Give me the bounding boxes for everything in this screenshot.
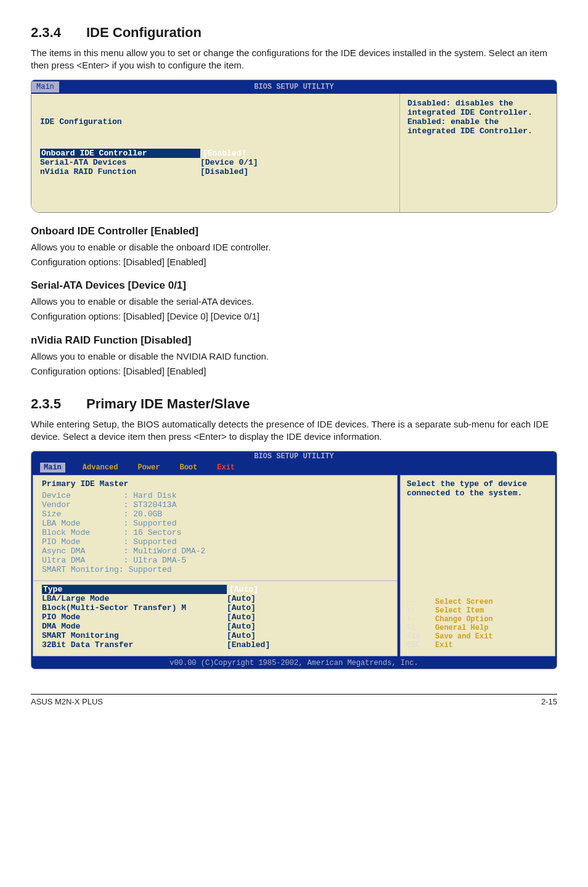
bios2-menu-row: Main Advanced Power Boot Exit bbox=[31, 461, 557, 474]
bios-setting-row[interactable]: Type[Auto] bbox=[42, 585, 388, 594]
device-info-line: PIO Mode : Supported bbox=[42, 537, 388, 547]
bios-setting-value: [Auto] bbox=[227, 594, 256, 603]
device-info-line: Ultra DMA : Ultra DMA-5 bbox=[42, 556, 388, 565]
bios-option-value: [Device 0/1] bbox=[200, 158, 258, 167]
bios-option-row[interactable]: Onboard IDE Controller[Enabled] bbox=[40, 149, 391, 158]
bios-option-row[interactable]: Serial-ATA Devices[Device 0/1] bbox=[40, 158, 391, 167]
device-info-line: Block Mode : 16 Sectors bbox=[42, 528, 388, 537]
footer-divider bbox=[31, 694, 557, 695]
bios-panel-title: IDE Configuration bbox=[40, 117, 391, 126]
section-title-text: IDE Configuration bbox=[86, 25, 557, 41]
footer-left: ASUS M2N-X PLUS bbox=[31, 697, 103, 706]
key-name: F10 bbox=[407, 632, 435, 641]
subheading-serialata: Serial-ATA Devices [Device 0/1] bbox=[31, 279, 557, 292]
bios-option-value: [Enabled] bbox=[203, 149, 246, 158]
bios-setting-row[interactable]: DMA Mode[Auto] bbox=[42, 622, 388, 631]
key-desc: General Help bbox=[435, 624, 488, 632]
key-legend-row: ESCExit bbox=[407, 641, 549, 650]
menu-boot[interactable]: Boot bbox=[177, 463, 200, 472]
key-legend-row: +-Change Option bbox=[407, 615, 549, 624]
menu-advanced[interactable]: Advanced bbox=[80, 463, 121, 472]
key-desc: Exit bbox=[435, 641, 453, 650]
bios-setting-row[interactable]: SMART Monitoring[Auto] bbox=[42, 631, 388, 640]
bios-option-row[interactable]: nVidia RAID Function[Disabled] bbox=[40, 167, 391, 176]
bios-setting-value: [Enabled] bbox=[227, 640, 270, 650]
bios-setting-value: [Auto] bbox=[227, 631, 256, 640]
bios-setting-label: PIO Mode bbox=[42, 613, 227, 622]
device-info-line: Device : Hard Disk bbox=[42, 491, 388, 500]
section-number: 2.3.4 bbox=[31, 25, 86, 41]
bios-help-pane: Disabled: disables the integrated IDE Co… bbox=[399, 94, 557, 212]
bios-window-ide-config: Main BIOS SETUP UTILITY IDE Configuratio… bbox=[31, 80, 557, 213]
bios-option-label: Onboard IDE Controller bbox=[40, 149, 200, 158]
bios-option-label: Serial-ATA Devices bbox=[40, 158, 200, 167]
section-intro-234: The items in this menu allow you to set … bbox=[31, 47, 557, 72]
sub1-line1: Allows you to enable or disable the onbo… bbox=[31, 241, 557, 254]
key-name: ←→ bbox=[407, 598, 435, 606]
subheading-nvidia: nVidia RAID Function [Disabled] bbox=[31, 334, 557, 347]
bios-setting-row[interactable]: LBA/Large Mode[Auto] bbox=[42, 594, 388, 603]
key-desc: Save and Exit bbox=[435, 632, 493, 641]
device-info-line: Vendor : ST320413A bbox=[42, 500, 388, 510]
bios-left-pane: IDE Configuration Onboard IDE Controller… bbox=[31, 94, 399, 212]
sub2-line1: Allows you to enable or disable the seri… bbox=[31, 295, 557, 308]
bios-setting-row[interactable]: Block(Multi-Sector Transfer) M[Auto] bbox=[42, 603, 388, 613]
bios-setting-label: LBA/Large Mode bbox=[42, 594, 227, 603]
bios-topbar: Main BIOS SETUP UTILITY bbox=[31, 80, 557, 94]
subheading-onboard: Onboard IDE Controller [Enabled] bbox=[31, 225, 557, 237]
bios-setting-row[interactable]: 32Bit Data Transfer[Enabled] bbox=[42, 640, 388, 650]
bios2-panel-title: Primary IDE Master bbox=[42, 479, 388, 489]
bios-setting-label: Type bbox=[42, 585, 227, 594]
key-desc: Select Item bbox=[435, 606, 484, 615]
bios-option-value: [Disabled] bbox=[200, 167, 248, 176]
menu-main[interactable]: Main bbox=[40, 463, 65, 472]
bios-tab-active[interactable]: Main bbox=[31, 81, 59, 93]
bios-title: BIOS SETUP UTILITY bbox=[254, 83, 334, 91]
sub2-line2: Configuration options: [Disabled] [Devic… bbox=[31, 310, 557, 323]
key-legend-row: F10Save and Exit bbox=[407, 632, 549, 641]
bios2-title: BIOS SETUP UTILITY bbox=[31, 452, 557, 461]
device-info-line: SMART Monitoring: Supported bbox=[42, 565, 388, 574]
bios2-copyright: v00.00 (C)Copyright 1985-2002, American … bbox=[31, 658, 557, 669]
menu-power[interactable]: Power bbox=[135, 463, 162, 472]
key-name: +- bbox=[407, 615, 435, 624]
footer-right: 2-15 bbox=[541, 697, 557, 706]
bios-setting-row[interactable]: PIO Mode[Auto] bbox=[42, 613, 388, 622]
bios-setting-label: DMA Mode bbox=[42, 622, 227, 631]
key-desc: Change Option bbox=[435, 615, 493, 624]
key-name: F1 bbox=[407, 624, 435, 632]
device-info-line: Async DMA : MultiWord DMA-2 bbox=[42, 547, 388, 556]
bios-setting-label: Block(Multi-Sector Transfer) M bbox=[42, 603, 227, 613]
bios-setting-value: [Auto] bbox=[227, 613, 256, 622]
key-legend-row: F1General Help bbox=[407, 624, 549, 632]
bios-option-label: nVidia RAID Function bbox=[40, 167, 200, 176]
bios-setting-label: 32Bit Data Transfer bbox=[42, 640, 227, 650]
bios-setting-value: [Auto] bbox=[227, 622, 256, 631]
bios-setting-value: [Auto] bbox=[229, 585, 258, 594]
section-heading-235: 2.3.5 Primary IDE Master/Slave bbox=[31, 396, 557, 412]
bios-setting-label: SMART Monitoring bbox=[42, 631, 227, 640]
bios2-settings-pane: Type[Auto]LBA/Large Mode[Auto]Block(Mult… bbox=[33, 581, 397, 656]
key-name: ↑↓ bbox=[407, 606, 435, 615]
device-info-line: Size : 20.0GB bbox=[42, 510, 388, 519]
bios-setting-value: [Auto] bbox=[227, 603, 256, 613]
bios-window-primary-ide: BIOS SETUP UTILITY Main Advanced Power B… bbox=[31, 451, 557, 669]
bios2-info-pane: Primary IDE Master Device : Hard DiskVen… bbox=[33, 476, 397, 581]
bios2-help-text: Select the type of device connected to t… bbox=[407, 479, 549, 598]
section-title-text: Primary IDE Master/Slave bbox=[86, 396, 557, 412]
device-info-line: LBA Mode : Supported bbox=[42, 519, 388, 528]
sub3-line2: Configuration options: [Disabled] [Enabl… bbox=[31, 365, 557, 377]
section-number: 2.3.5 bbox=[31, 396, 86, 412]
key-legend-row: ←→Select Screen bbox=[407, 598, 549, 606]
section-intro-235: While entering Setup, the BIOS automatic… bbox=[31, 418, 557, 444]
key-desc: Select Screen bbox=[435, 598, 493, 606]
key-legend-row: ↑↓Select Item bbox=[407, 606, 549, 615]
bios2-key-legend: ←→Select Screen↑↓Select Item+-Change Opt… bbox=[407, 598, 549, 650]
menu-exit[interactable]: Exit bbox=[214, 463, 237, 472]
key-name: ESC bbox=[407, 641, 435, 650]
bios2-topbar: BIOS SETUP UTILITY bbox=[31, 452, 557, 461]
section-heading-234: 2.3.4 IDE Configuration bbox=[31, 25, 557, 41]
sub1-line2: Configuration options: [Disabled] [Enabl… bbox=[31, 256, 557, 268]
sub3-line1: Allows you to enable or disable the NVID… bbox=[31, 350, 557, 363]
